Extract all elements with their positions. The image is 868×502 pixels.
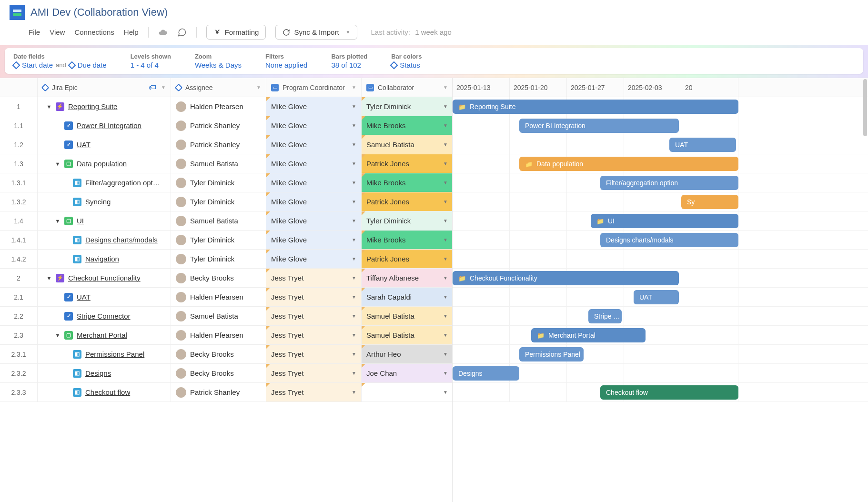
- item-name-cell[interactable]: ◧Syncing: [37, 192, 171, 211]
- chevron-down-icon[interactable]: ▼: [352, 199, 356, 204]
- table-row[interactable]: 2▼⚡Checkout FunctionalityBecky BrooksJes…: [0, 269, 452, 288]
- collaborator-cell[interactable]: Samuel Batista▼: [361, 326, 453, 344]
- assignee-cell[interactable]: Samuel Batista: [171, 211, 266, 230]
- gantt-bar[interactable]: Designs charts/modals: [600, 233, 738, 247]
- menu-help[interactable]: Help: [124, 28, 139, 36]
- vertical-scrollbar[interactable]: [863, 79, 867, 136]
- expand-toggle[interactable]: ▼: [55, 332, 61, 338]
- chevron-down-icon[interactable]: ▼: [352, 390, 356, 395]
- item-link[interactable]: Reporting Suite: [68, 102, 117, 110]
- chevron-down-icon[interactable]: ▼: [352, 332, 356, 338]
- chevron-down-icon[interactable]: ▼: [352, 313, 356, 319]
- assignee-cell[interactable]: Halden Pfearsen: [171, 288, 266, 306]
- item-link[interactable]: UAT: [77, 141, 91, 149]
- item-name-cell[interactable]: ◧Designs charts/modals: [37, 231, 171, 249]
- gantt-bar[interactable]: UAT: [669, 138, 736, 152]
- expand-toggle[interactable]: ▼: [55, 161, 61, 167]
- summary-levels[interactable]: Levels shown 1 - 4 of 4: [131, 53, 171, 69]
- tag-icon[interactable]: 🏷: [149, 83, 156, 92]
- chevron-down-icon[interactable]: ▼: [443, 123, 448, 128]
- item-link[interactable]: Designs charts/modals: [85, 236, 158, 244]
- table-row[interactable]: 2.3.2◧DesignsBecky BrooksJess Tryet▼Joe …: [0, 364, 452, 383]
- collaborator-cell[interactable]: Mike Brooks▼: [361, 116, 453, 135]
- item-name-cell[interactable]: ◧Filter/aggregation opt…: [37, 173, 171, 192]
- chevron-down-icon[interactable]: ▼: [443, 237, 448, 242]
- chevron-down-icon[interactable]: ▼: [161, 85, 166, 90]
- assignee-cell[interactable]: Becky Brooks: [171, 345, 266, 363]
- gantt-bar[interactable]: Permissions Panel: [519, 347, 584, 361]
- item-name-cell[interactable]: ◧Permissions Panel: [37, 345, 171, 363]
- gantt-bar[interactable]: Designs: [453, 366, 519, 381]
- summary-colors[interactable]: Bar colors Status: [391, 53, 422, 69]
- summary-zoom[interactable]: Zoom Weeks & Days: [195, 53, 242, 69]
- item-name-cell[interactable]: ▼▢Merchant Portal: [37, 326, 171, 344]
- program-coordinator-cell[interactable]: Mike Glove▼: [266, 192, 361, 211]
- chevron-down-icon[interactable]: ▼: [443, 161, 448, 166]
- chevron-down-icon[interactable]: ▼: [352, 85, 356, 90]
- item-name-cell[interactable]: ▼▢Data population: [37, 154, 171, 173]
- gantt-bar[interactable]: 📁Data population: [519, 157, 738, 171]
- assignee-cell[interactable]: Tyler Diminick: [171, 192, 266, 211]
- table-row[interactable]: 1.3.1◧Filter/aggregation opt…Tyler Dimin…: [0, 173, 452, 192]
- program-coordinator-cell[interactable]: Jess Tryet▼: [266, 307, 361, 325]
- program-coordinator-cell[interactable]: Jess Tryet▼: [266, 383, 361, 402]
- table-row[interactable]: 2.1✓UATHalden PfearsenJess Tryet▼Sarah C…: [0, 288, 452, 307]
- item-name-cell[interactable]: ✓UAT: [37, 135, 171, 154]
- collaborator-cell[interactable]: Patrick Jones▼: [361, 192, 453, 211]
- program-coordinator-cell[interactable]: Mike Glove▼: [266, 173, 361, 192]
- chevron-down-icon[interactable]: ▼: [352, 161, 356, 166]
- gantt-bar[interactable]: UAT: [634, 290, 679, 304]
- menu-view[interactable]: View: [50, 28, 65, 36]
- table-row[interactable]: 1.4.2◧NavigationTyler DiminickMike Glove…: [0, 250, 452, 269]
- gantt-bar[interactable]: 📁Checkout Functionality: [453, 271, 679, 285]
- gantt-bar[interactable]: Power BI Integration: [519, 119, 679, 133]
- item-link[interactable]: Data population: [77, 160, 127, 168]
- assignee-cell[interactable]: Samuel Batista: [171, 307, 266, 325]
- program-coordinator-cell[interactable]: Mike Glove▼: [266, 250, 361, 268]
- item-link[interactable]: UAT: [77, 293, 91, 301]
- assignee-cell[interactable]: Tyler Diminick: [171, 231, 266, 249]
- program-coordinator-cell[interactable]: Jess Tryet▼: [266, 288, 361, 306]
- sync-import-button[interactable]: Sync & Import ▼: [275, 25, 357, 40]
- collaborator-cell[interactable]: Joe Chan▼: [361, 364, 453, 382]
- chevron-down-icon[interactable]: ▼: [352, 142, 356, 147]
- gantt-bar[interactable]: Checkout flow: [600, 385, 738, 400]
- collaborator-cell[interactable]: Arthur Heo▼: [361, 345, 453, 363]
- assignee-cell[interactable]: Tyler Diminick: [171, 173, 266, 192]
- table-row[interactable]: 1.4▼▢UISamuel BatistaMike Glove▼Tyler Di…: [0, 211, 452, 231]
- assignee-cell[interactable]: Halden Pfearsen: [171, 97, 266, 116]
- summary-filters[interactable]: Filters None applied: [265, 53, 307, 69]
- chevron-down-icon[interactable]: ▼: [443, 85, 448, 90]
- item-name-cell[interactable]: ✓UAT: [37, 288, 171, 306]
- gantt-bar[interactable]: Stripe …: [588, 309, 622, 323]
- collaborator-cell[interactable]: Patrick Jones▼: [361, 154, 453, 173]
- chevron-down-icon[interactable]: ▼: [352, 104, 356, 109]
- assignee-cell[interactable]: Patrick Shanley: [171, 116, 266, 135]
- item-link[interactable]: Merchant Portal: [77, 331, 127, 339]
- collaborator-cell[interactable]: Tyler Diminick▼: [361, 211, 453, 230]
- table-row[interactable]: 1.4.1◧Designs charts/modalsTyler Diminic…: [0, 231, 452, 250]
- chevron-down-icon[interactable]: ▼: [443, 332, 448, 338]
- item-name-cell[interactable]: ✓Power BI Integration: [37, 116, 171, 135]
- item-name-cell[interactable]: ▼⚡Checkout Functionality: [37, 269, 171, 287]
- chevron-down-icon[interactable]: ▼: [443, 351, 448, 357]
- col-program-coordinator[interactable]: ▭ Program Coordinator ▼: [266, 78, 361, 97]
- summary-bars[interactable]: Bars plotted 38 of 102: [331, 53, 367, 69]
- assignee-cell[interactable]: Halden Pfearsen: [171, 326, 266, 344]
- assignee-cell[interactable]: Tyler Diminick: [171, 250, 266, 268]
- expand-toggle[interactable]: ▼: [46, 275, 52, 281]
- program-coordinator-cell[interactable]: Mike Glove▼: [266, 154, 361, 173]
- program-coordinator-cell[interactable]: Jess Tryet▼: [266, 326, 361, 344]
- chevron-down-icon[interactable]: ▼: [352, 123, 356, 128]
- program-coordinator-cell[interactable]: Jess Tryet▼: [266, 364, 361, 382]
- chevron-down-icon[interactable]: ▼: [443, 294, 448, 300]
- chevron-down-icon[interactable]: ▼: [352, 180, 356, 185]
- collaborator-cell[interactable]: Patrick Jones▼: [361, 250, 453, 268]
- collaborator-cell[interactable]: Mike Brooks▼: [361, 173, 453, 192]
- table-row[interactable]: 1.3▼▢Data populationSamuel BatistaMike G…: [0, 154, 452, 173]
- chevron-down-icon[interactable]: ▼: [443, 218, 448, 223]
- chevron-down-icon[interactable]: ▼: [352, 218, 356, 223]
- gantt-bar[interactable]: Sy: [681, 195, 738, 209]
- assignee-cell[interactable]: Becky Brooks: [171, 364, 266, 382]
- item-link[interactable]: Filter/aggregation opt…: [85, 179, 160, 187]
